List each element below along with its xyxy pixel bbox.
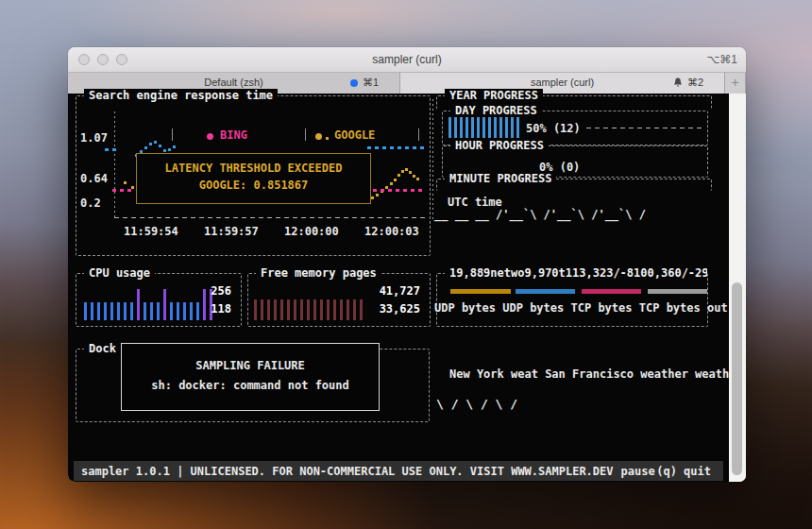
gauge-bar [130, 302, 133, 320]
minute-progress-title: MINUTE PROGRESS [445, 172, 556, 185]
chart-data-dot [394, 179, 397, 181]
gauge-bar [471, 117, 474, 138]
pause-hint: pause [621, 465, 655, 478]
desktop-background: sampler (curl) ⌥⌘1 Default (zsh) ⌘1 samp… [0, 0, 812, 529]
alert-title: LATENCY THRESHOLD EXCEEDED [137, 162, 370, 175]
x-axis-line [114, 217, 426, 218]
gauge-bar [144, 302, 146, 320]
tab-shortcut: ⌘1 [363, 77, 379, 89]
gauge-bar [488, 117, 491, 138]
gauge-bar [190, 302, 193, 320]
gauge-bar [274, 299, 277, 320]
y-tick: 1.07 [80, 131, 108, 145]
bing-legend-dot-icon [207, 133, 213, 140]
new-tab-button[interactable]: + [725, 73, 746, 94]
udp-in-sparkline [450, 289, 511, 294]
chart-data-dot [159, 145, 161, 147]
chart-data-dot [390, 182, 393, 185]
x-tick: 12:00:00 [284, 225, 339, 238]
window-shortcut-hint: ⌥⌘1 [706, 53, 737, 66]
alert-detail: GOOGLE: 0.851867 [137, 179, 370, 192]
latency-alert-box: LATENCY THRESHOLD EXCEEDED GOOGLE: 0.851… [136, 153, 371, 204]
weather-ascii-sun: \ / \ / \ / [436, 398, 517, 410]
status-bar: sampler 1.0.1 | UNLICENSED. FOR NON-COMM… [74, 461, 723, 481]
chart-title: Search engine response time [84, 89, 278, 102]
gauge-bar [183, 302, 186, 320]
scrollbar-thumb[interactable] [732, 282, 742, 475]
gauge-bar [505, 117, 508, 138]
gauge-bar [360, 299, 363, 320]
gauge-bar [499, 117, 502, 138]
chart-data-dot [173, 145, 176, 148]
day-progress-title: DAY PROGRESS [450, 104, 542, 117]
gauge-bar [163, 289, 166, 320]
legend-divider [305, 128, 306, 141]
sampling-failure-box: SAMPLING FAILURE sh: docker: command not… [121, 343, 380, 411]
gauge-bar [124, 302, 127, 320]
memory-current-value: 33,625 [380, 302, 420, 316]
network-overlapped-titles: 19,889netwo9,970t113,323/-8100,360/-297 [445, 266, 707, 280]
chart-data-dot [405, 168, 408, 171]
chart-data-dot [154, 141, 157, 144]
gauge-bar [104, 302, 107, 320]
gauge-bar [465, 117, 468, 138]
utc-ascii-clock: __ __ __ /'__`\ /'__`\ /'__`\ / [434, 209, 646, 221]
gauge-bar [137, 289, 140, 320]
cpu-usage-widget: CPU usage 256 118 [76, 273, 242, 327]
window-titlebar[interactable]: sampler (curl) ⌥⌘1 [68, 47, 746, 73]
tcp-out-sparkline [648, 289, 707, 294]
y-tick: 0.64 [80, 172, 108, 185]
chart-data-dot [416, 178, 419, 180]
cpu-usage-title: CPU usage [84, 266, 155, 280]
gauge-bar [294, 299, 296, 320]
scrollbar-track[interactable] [729, 94, 746, 482]
udp-out-sparkline [516, 289, 575, 294]
free-memory-title: Free memory pages [256, 266, 381, 280]
docker-title: Dock [84, 342, 121, 355]
network-labels: UDP bytes UDP bytes TCP bytes TCP bytes … [434, 301, 728, 315]
license-text: sampler 1.0.1 | UNLICENSED. FOR NON-COMM… [81, 465, 614, 478]
memory-bars [254, 299, 363, 320]
activity-dot-icon [350, 79, 358, 87]
error-title: SAMPLING FAILURE [122, 359, 379, 372]
chart-data-dot [326, 137, 329, 140]
chart-data-dot [144, 146, 147, 149]
gauge-bar [150, 302, 153, 320]
gauge-bar [313, 299, 316, 320]
gauge-bar [177, 302, 179, 320]
gauge-track-line [586, 128, 702, 128]
weather-overlapped-titles: New York weat San Francisco weather weat… [449, 367, 729, 381]
gauge-bar [254, 299, 257, 320]
gauge-bar [117, 302, 120, 320]
gauge-bar [327, 299, 330, 320]
terminal-window: sampler (curl) ⌥⌘1 Default (zsh) ⌘1 samp… [68, 47, 746, 482]
window-title: sampler (curl) [68, 53, 746, 66]
hour-progress-title: HOUR PROGRESS [450, 139, 549, 152]
cpu-bars [84, 289, 212, 320]
chart-data-dot [401, 170, 404, 173]
gauge-bar [347, 299, 349, 320]
chart-data-dot [409, 171, 412, 174]
chart-data-dot [371, 196, 374, 199]
gauge-bar [91, 302, 93, 320]
gauge-bar [340, 299, 343, 320]
gauge-bar [196, 302, 199, 320]
legend-bing: BING [220, 128, 247, 142]
y-tick: 0.2 [80, 196, 101, 210]
tcp-in-sparkline [582, 289, 641, 294]
gauge-bar [307, 299, 310, 320]
quit-hint: (q) quit [656, 465, 711, 478]
gauge-bar [511, 117, 514, 138]
minute-progress-widget: MINUTE PROGRESS [436, 179, 712, 191]
legend-divider [172, 128, 173, 141]
free-memory-widget: Free memory pages 41,727 33,625 [247, 273, 431, 327]
gauge-bar [267, 299, 270, 320]
chart-data-dot [413, 175, 415, 178]
gauge-bar [454, 117, 457, 138]
gauge-bar [494, 117, 497, 138]
chart-widget: Search engine response time 1.07 0.64 0.… [76, 95, 431, 256]
cpu-current-value: 118 [211, 302, 231, 316]
column-border [432, 99, 433, 222]
y-axis-line [114, 111, 115, 217]
day-progress-value: 50% (12) [526, 122, 581, 135]
